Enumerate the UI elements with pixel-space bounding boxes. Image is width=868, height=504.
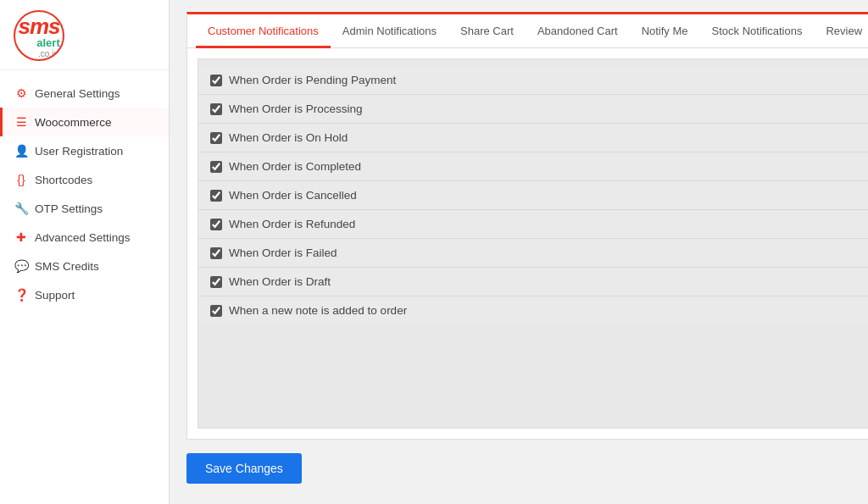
checkbox-label-pending-payment: When Order is Pending Payment xyxy=(229,74,396,86)
sidebar-item-shortcodes[interactable]: {} Shortcodes xyxy=(0,165,169,194)
sidebar-item-label: Shortcodes xyxy=(35,174,92,186)
nav-menu: ⚙ General Settings ☰ Woocommerce 👤 User … xyxy=(0,70,169,504)
checkbox-row-refunded: When Order is Refunded xyxy=(198,210,868,239)
sidebar-item-user-registration[interactable]: 👤 User Registration xyxy=(0,136,169,165)
footer-area: Save Changes xyxy=(186,440,868,492)
tab-abandoned-cart[interactable]: Abandoned Cart xyxy=(526,14,630,48)
tab-stock-notifications[interactable]: Stock Notifications xyxy=(700,14,815,48)
checkbox-label-completed: When Order is Completed xyxy=(229,160,361,173)
logo-area: sms alert .co.in xyxy=(0,0,169,70)
help-icon: ❓ xyxy=(14,288,28,302)
sidebar-item-label: OTP Settings xyxy=(35,202,103,215)
checkbox-processing[interactable] xyxy=(210,103,222,115)
sidebar-item-label: SMS Credits xyxy=(35,260,99,273)
logo-coint-text: .co.in xyxy=(38,49,58,58)
sidebar-item-label: User Registration xyxy=(35,145,123,158)
checkbox-new-note[interactable] xyxy=(210,305,222,317)
checkbox-label-cancelled: When Order is Cancelled xyxy=(229,189,357,202)
tab-admin-notifications[interactable]: Admin Notifications xyxy=(331,14,448,48)
checkbox-row-processing: When Order is Processing xyxy=(198,95,868,124)
sidebar-item-general-settings[interactable]: ⚙ General Settings xyxy=(0,79,169,108)
checkbox-row-on-hold: When Order is On Hold xyxy=(198,124,868,152)
sidebar-item-woocommerce[interactable]: ☰ Woocommerce xyxy=(0,108,169,136)
checkbox-label-draft: When Order is Draft xyxy=(229,275,331,288)
checkbox-row-new-note: When a new note is added to order xyxy=(198,296,868,324)
checkbox-draft[interactable] xyxy=(210,276,222,288)
checkbox-cancelled[interactable] xyxy=(210,190,222,202)
sidebar-item-support[interactable]: ❓ Support xyxy=(0,280,169,309)
sidebar-item-label: Advanced Settings xyxy=(35,231,131,244)
user-icon: 👤 xyxy=(14,144,28,158)
sidebar-item-sms-credits[interactable]: 💬 SMS Credits xyxy=(0,252,169,280)
code-icon: {} xyxy=(14,173,28,186)
checkbox-row-draft: When Order is Draft xyxy=(198,268,868,296)
content-box: Customer NotificationsAdmin Notification… xyxy=(186,12,868,440)
checkbox-label-processing: When Order is Processing xyxy=(229,102,363,115)
checkbox-refunded[interactable] xyxy=(210,219,222,230)
sidebar-item-otp-settings[interactable]: 🔧 OTP Settings xyxy=(0,194,169,223)
sidebar-item-label: Woocommerce xyxy=(35,116,112,129)
checkbox-row-completed: When Order is Completed xyxy=(198,152,868,181)
tab-share-cart[interactable]: Share Cart xyxy=(448,14,526,48)
checkbox-label-failed: When Order is Failed xyxy=(229,246,337,259)
checkbox-completed[interactable] xyxy=(210,161,222,173)
checkbox-area: When Order is Pending Payment When Order… xyxy=(198,58,868,429)
logo: sms alert .co.in xyxy=(14,10,64,61)
plus-icon: ✚ xyxy=(14,230,28,244)
tab-notify-me[interactable]: Notify Me xyxy=(630,14,700,48)
checkbox-row-pending-payment: When Order is Pending Payment xyxy=(198,66,868,95)
checkbox-on-hold[interactable] xyxy=(210,132,222,144)
sidebar-item-label: General Settings xyxy=(35,87,120,100)
checkbox-row-failed: When Order is Failed xyxy=(198,239,868,268)
checkbox-label-on-hold: When Order is On Hold xyxy=(229,131,348,144)
checkbox-label-refunded: When Order is Refunded xyxy=(229,218,355,230)
sidebar-item-advanced-settings[interactable]: ✚ Advanced Settings xyxy=(0,223,169,252)
sidebar: sms alert .co.in ⚙ General Settings ☰ Wo… xyxy=(0,0,170,504)
checkbox-failed[interactable] xyxy=(210,247,222,259)
tabs-bar: Customer NotificationsAdmin Notification… xyxy=(187,14,868,48)
save-changes-button[interactable]: Save Changes xyxy=(186,453,302,484)
sidebar-item-label: Support xyxy=(35,289,75,302)
sms-icon: 💬 xyxy=(14,259,28,273)
tab-review[interactable]: Review xyxy=(814,14,868,48)
checkbox-pending-payment[interactable] xyxy=(210,75,222,86)
gear-icon: ⚙ xyxy=(14,86,28,100)
checkbox-row-cancelled: When Order is Cancelled xyxy=(198,181,868,210)
wrench-icon: 🔧 xyxy=(14,202,28,215)
list-icon: ☰ xyxy=(14,115,28,129)
main-content: Customer NotificationsAdmin Notification… xyxy=(170,0,868,504)
checkbox-label-new-note: When a new note is added to order xyxy=(229,304,407,317)
tab-customer-notifications[interactable]: Customer Notifications xyxy=(196,14,331,48)
logo-alert-text: alert xyxy=(36,36,59,49)
